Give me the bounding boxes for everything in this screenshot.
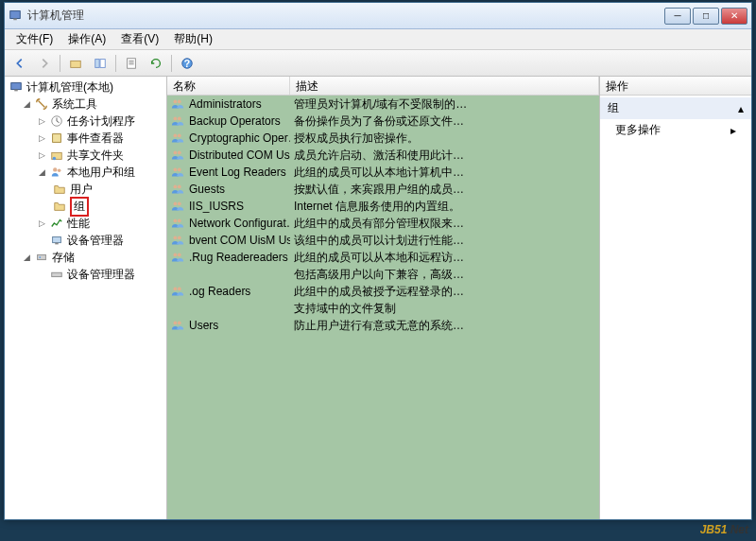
menu-action[interactable]: 操作(A) — [60, 29, 113, 49]
tree-label: 设备管理器 — [67, 233, 124, 249]
back-button[interactable] — [9, 53, 31, 74]
list-row[interactable]: Cryptographic Oper…授权成员执行加密操作。 — [167, 130, 599, 147]
watermark-jb: JB51 — [700, 523, 728, 536]
tree-task-scheduler[interactable]: ▷ 任务计划程序 — [5, 113, 166, 130]
list-row[interactable]: Event Log Readers此组的成员可以从本地计算机中… — [167, 164, 599, 181]
list-row[interactable]: 包括高级用户以向下兼容，高级… — [167, 266, 599, 283]
group-name: IIS_IUSRS — [189, 200, 244, 213]
list-row[interactable]: .og Readers此组中的成员被授予远程登录的… — [167, 283, 599, 300]
list-row[interactable]: 支持域中的文件复制 — [167, 300, 599, 317]
tree-groups[interactable]: 组 — [5, 198, 166, 215]
list-row[interactable]: IIS_IUSRSInternet 信息服务使用的内置组。 — [167, 198, 599, 215]
svg-point-24 — [178, 116, 181, 120]
tree-root[interactable]: 计算机管理(本地) — [5, 79, 166, 96]
group-name: Network Configurat… — [189, 217, 290, 230]
expand-icon[interactable]: ▷ — [37, 133, 47, 144]
window-title: 计算机管理 — [27, 8, 664, 24]
group-icon — [171, 166, 186, 179]
minimize-button[interactable]: ─ — [664, 8, 691, 25]
menu-file[interactable]: 文件(F) — [9, 29, 60, 49]
group-name: Cryptographic Oper… — [189, 131, 290, 145]
tree-storage[interactable]: ◢ 存储 — [5, 249, 166, 266]
tree-shared-folders[interactable]: ▷ 共享文件夹 — [5, 147, 166, 164]
cell-name: Cryptographic Oper… — [167, 131, 290, 145]
list-row[interactable]: Users防止用户进行有意或无意的系统… — [167, 317, 599, 334]
group-icon — [171, 285, 186, 298]
group-name: Administrators — [189, 97, 262, 111]
svg-rect-3 — [95, 59, 99, 67]
expand-icon[interactable]: ▷ — [37, 150, 47, 161]
refresh-button[interactable] — [120, 53, 143, 74]
cell-description: Internet 信息服务使用的内置组。 — [290, 199, 599, 215]
list-row[interactable]: Distributed COM Us…成员允许启动、激活和使用此计… — [167, 147, 599, 164]
app-icon — [9, 9, 24, 24]
svg-point-36 — [178, 218, 181, 222]
list-row[interactable]: Administrators管理员对计算机/域有不受限制的… — [167, 96, 599, 113]
expand-icon[interactable]: ▷ — [37, 116, 47, 127]
cell-description: 按默认值，来宾跟用户组的成员… — [290, 182, 599, 198]
svg-rect-5 — [128, 58, 136, 68]
svg-point-15 — [58, 169, 61, 173]
tree-device-manager[interactable]: 设备管理器 — [5, 232, 166, 249]
action-more[interactable]: 更多操作 ▸ — [600, 119, 751, 141]
performance-icon — [49, 217, 64, 230]
tree-event-viewer[interactable]: ▷ 事件查看器 — [5, 130, 166, 147]
group-icon — [171, 148, 186, 162]
column-name[interactable]: 名称 — [167, 77, 290, 95]
action-section-label: 组 — [608, 100, 619, 116]
export-button[interactable] — [145, 53, 167, 74]
collapse-icon[interactable]: ◢ — [22, 99, 32, 110]
actions-header: 操作 — [600, 77, 751, 96]
column-description[interactable]: 描述 — [290, 77, 599, 95]
list-row[interactable]: Network Configurat…此组中的成员有部分管理权限来… — [167, 215, 599, 232]
tree-local-users-groups[interactable]: ◢ 本地用户和组 — [5, 164, 166, 181]
close-button[interactable]: ✕ — [721, 8, 747, 25]
group-name: .og Readers — [189, 285, 250, 298]
up-button[interactable] — [64, 53, 87, 74]
list-row[interactable]: .Rug Readereaders此组的成员可以从本地和远程访… — [167, 249, 599, 266]
expand-icon[interactable]: ▷ — [37, 218, 47, 229]
show-hide-button[interactable] — [89, 53, 112, 74]
watermark-net: .Net — [727, 523, 748, 536]
tree-system-tools[interactable]: ◢ 系统工具 — [5, 96, 166, 113]
menu-help[interactable]: 帮助(H) — [166, 29, 220, 49]
help-button[interactable]: ? — [176, 53, 198, 74]
cell-name: Backup Operators — [167, 114, 290, 128]
action-section-groups[interactable]: 组 ▴ — [600, 97, 751, 119]
cell-description: 备份操作员为了备份或还原文件… — [290, 113, 599, 130]
svg-point-41 — [173, 287, 177, 290]
forward-button[interactable] — [33, 53, 56, 74]
svg-point-26 — [178, 133, 181, 137]
group-name: Guests — [189, 183, 225, 196]
menu-view[interactable]: 查看(V) — [113, 29, 166, 49]
svg-point-31 — [173, 184, 177, 188]
cell-description: 此组中的成员有部分管理权限来… — [290, 216, 599, 232]
list-row[interactable]: bvent COM UisM Us…该组中的成员可以计划进行性能… — [167, 232, 599, 249]
group-icon — [171, 183, 186, 196]
group-icon — [171, 200, 186, 213]
cell-name: Event Log Readers — [167, 166, 290, 179]
collapse-icon[interactable]: ◢ — [37, 167, 47, 178]
cell-description: 此组的成员可以从本地计算机中… — [290, 165, 599, 181]
tools-icon — [34, 97, 49, 111]
tree-disk-management[interactable]: 设备管理理器 — [5, 266, 166, 283]
svg-point-37 — [173, 236, 177, 239]
list-row[interactable]: Guests按默认值，来宾跟用户组的成员… — [167, 181, 599, 198]
svg-rect-17 — [55, 243, 59, 245]
maximize-button[interactable]: □ — [693, 8, 719, 25]
event-icon — [49, 131, 64, 145]
group-name: Distributed COM Us… — [189, 148, 290, 162]
collapse-icon[interactable]: ◢ — [22, 253, 32, 263]
tree-users[interactable]: 用户 — [5, 181, 166, 198]
svg-rect-0 — [10, 10, 21, 18]
tree-label: 设备管理理器 — [67, 267, 135, 283]
cell-description: 此组中的成员被授予远程登录的… — [290, 284, 599, 300]
group-icon — [171, 251, 186, 264]
tree-performance[interactable]: ▷ 性能 — [5, 215, 166, 232]
svg-point-42 — [178, 287, 181, 290]
svg-rect-4 — [100, 59, 105, 67]
svg-point-32 — [178, 184, 181, 188]
actions-panel: 操作 组 ▴ 更多操作 ▸ — [600, 77, 751, 519]
list-row[interactable]: Backup Operators备份操作员为了备份或还原文件… — [167, 113, 599, 130]
svg-point-40 — [178, 253, 181, 256]
